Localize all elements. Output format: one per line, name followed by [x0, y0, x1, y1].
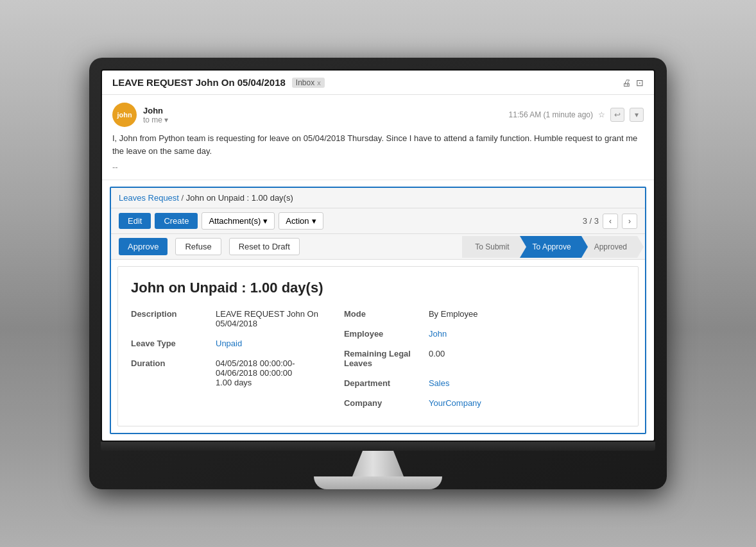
field-mode: Mode By Employee	[344, 309, 481, 319]
field-label-company: Company	[344, 398, 421, 408]
more-actions-button[interactable]: ▾	[630, 108, 644, 122]
email-timestamp: 11:56 AM (1 minute ago)	[509, 110, 593, 119]
field-duration: Duration 04/05/2018 00:00:00- 04/06/2018…	[131, 358, 318, 387]
field-label-leave-type: Leave Type	[131, 339, 208, 348]
email-message: john John to me ▾ 11:56 AM (1 minute ago…	[102, 95, 654, 180]
field-label-department: Department	[344, 378, 421, 388]
field-value-remaining-leaves: 0.00	[429, 349, 445, 368]
field-employee: Employee John	[344, 329, 481, 339]
expand-arrow[interactable]: ▾	[164, 115, 168, 124]
pipeline-step-to-submit[interactable]: To Submit	[462, 236, 519, 258]
sender-name: John	[143, 106, 168, 115]
field-value-department[interactable]: Sales	[429, 378, 450, 388]
action-button[interactable]: Action ▾	[279, 212, 323, 230]
monitor-stand	[101, 451, 655, 489]
field-value-leave-type[interactable]: Unpaid	[216, 339, 242, 348]
reply-button[interactable]: ↩	[610, 108, 624, 122]
right-fields: Mode By Employee Employee John Remaining…	[344, 309, 481, 413]
print-icon[interactable]: 🖨	[622, 78, 631, 88]
form-content: John on Unpaid : 1.00 day(s) Description…	[117, 266, 639, 426]
field-value-mode: By Employee	[429, 309, 478, 319]
monitor-bottom-bar	[101, 442, 655, 451]
field-label-mode: Mode	[344, 309, 421, 319]
step-label-to-approve: To Approve	[533, 242, 571, 251]
open-new-icon[interactable]: ⊡	[636, 78, 644, 88]
avatar: john	[112, 103, 137, 127]
sender-row: john John to me ▾ 11:56 AM (1 minute ago…	[112, 103, 644, 127]
edit-button[interactable]: Edit	[119, 213, 151, 229]
toolbar: Edit Create Attachment(s) ▾ Action ▾ 3 /…	[111, 208, 645, 234]
form-title: John on Unpaid : 1.00 day(s)	[131, 280, 625, 296]
inbox-label: Inbox	[296, 78, 314, 87]
field-label-description: Description	[131, 309, 208, 328]
reset-to-draft-button[interactable]: Reset to Draft	[229, 238, 300, 255]
email-subject: LEAVE REQUEST John On 05/04/2018	[112, 77, 286, 88]
attachments-dropdown-icon: ▾	[263, 216, 268, 226]
inbox-badge: Inbox x	[292, 78, 325, 88]
field-description: Description LEAVE REQUEST John On05/04/2…	[131, 309, 318, 328]
prev-record-button[interactable]: ‹	[603, 214, 618, 229]
stand-neck	[352, 451, 404, 476]
email-header-actions: 🖨 ⊡	[622, 78, 644, 88]
field-label-employee: Employee	[344, 329, 421, 339]
pipeline-steps: To Submit To Approve Approved	[462, 236, 637, 258]
email-separator: --	[112, 162, 644, 172]
field-leave-type: Leave Type Unpaid	[131, 339, 318, 348]
attachments-label: Attachment(s)	[209, 216, 261, 226]
email-meta: 11:56 AM (1 minute ago) ☆ ↩ ▾	[509, 108, 644, 122]
field-value-employee[interactable]: John	[429, 329, 447, 339]
email-header: LEAVE REQUEST John On 05/04/2018 Inbox x…	[102, 71, 654, 95]
odoo-panel: Leaves Request / John on Unpaid : 1.00 d…	[110, 187, 646, 434]
create-button[interactable]: Create	[155, 213, 198, 229]
pipeline-step-to-approve[interactable]: To Approve	[520, 236, 581, 258]
field-remaining-leaves: Remaining LegalLeaves 0.00	[344, 349, 481, 368]
page-info: 3 / 3	[583, 216, 599, 226]
field-label-duration: Duration	[131, 358, 208, 387]
breadcrumb: Leaves Request / John on Unpaid : 1.00 d…	[111, 188, 645, 208]
field-value-description: LEAVE REQUEST John On05/04/2018	[216, 309, 318, 328]
field-label-remaining-leaves: Remaining LegalLeaves	[344, 349, 421, 368]
stand-base	[314, 476, 442, 489]
refuse-button[interactable]: Refuse	[175, 238, 221, 255]
field-value-company[interactable]: YourCompany	[429, 398, 481, 408]
step-label-to-submit: To Submit	[475, 242, 509, 251]
status-bar: Approve Refuse Reset to Draft To Submit …	[111, 234, 645, 260]
field-value-duration: 04/05/2018 00:00:00- 04/06/2018 00:00:00…	[216, 358, 295, 387]
breadcrumb-current: John on Unpaid : 1.00 day(s)	[186, 193, 293, 203]
field-company: Company YourCompany	[344, 398, 481, 408]
email-body: I, John from Python team is requesting f…	[112, 132, 644, 157]
approve-button[interactable]: Approve	[119, 238, 168, 255]
form-fields: Description LEAVE REQUEST John On05/04/2…	[131, 309, 625, 413]
close-inbox-button[interactable]: x	[317, 79, 321, 87]
field-department: Department Sales	[344, 378, 481, 388]
to-me-label: to me ▾	[143, 115, 168, 124]
left-fields: Description LEAVE REQUEST John On05/04/2…	[131, 309, 318, 413]
action-label: Action	[286, 216, 309, 226]
attachments-button[interactable]: Attachment(s) ▾	[202, 212, 275, 230]
action-dropdown-icon: ▾	[312, 216, 316, 226]
pipeline-step-approved[interactable]: Approved	[581, 236, 637, 258]
star-icon[interactable]: ☆	[598, 110, 605, 119]
sender-details: John to me ▾	[143, 106, 168, 124]
pagination: 3 / 3 ‹ ›	[583, 214, 637, 229]
breadcrumb-parent[interactable]: Leaves Request	[119, 193, 179, 203]
sender-info: john John to me ▾	[112, 103, 168, 127]
next-record-button[interactable]: ›	[622, 214, 637, 229]
step-label-approved: Approved	[594, 242, 627, 251]
breadcrumb-separator: /	[182, 193, 184, 203]
